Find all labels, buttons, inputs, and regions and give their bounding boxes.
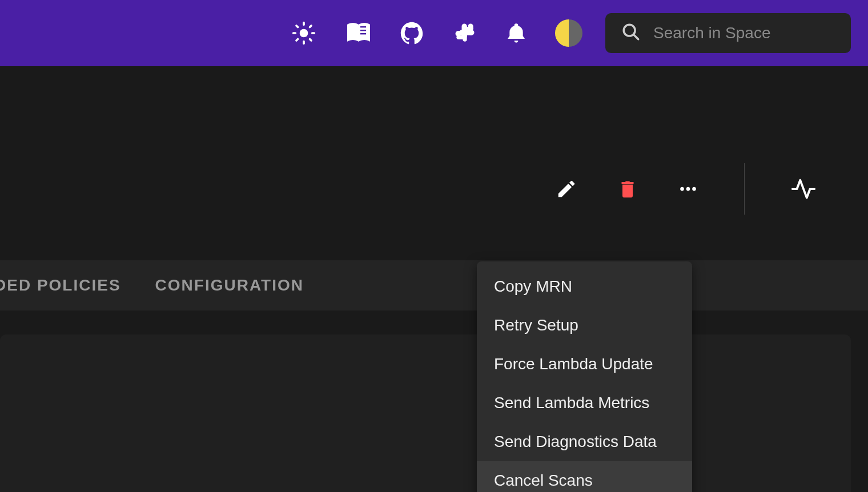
content-panel <box>0 334 851 492</box>
svg-line-3 <box>296 26 298 27</box>
theme-toggle-icon[interactable] <box>555 19 582 47</box>
svg-rect-14 <box>469 31 473 35</box>
book-icon[interactable] <box>344 19 371 47</box>
svg-line-19 <box>634 35 638 39</box>
tab-configuration[interactable]: CONFIGURATION <box>155 276 304 295</box>
tab-policies[interactable]: DED POLICIES <box>0 276 121 295</box>
svg-rect-12 <box>456 31 460 35</box>
brightness-icon[interactable] <box>291 21 316 46</box>
bell-icon[interactable] <box>505 22 528 45</box>
svg-rect-9 <box>360 26 366 27</box>
search-input[interactable] <box>653 24 858 42</box>
svg-point-22 <box>692 187 696 191</box>
edit-button[interactable] <box>556 178 577 200</box>
svg-line-4 <box>310 39 311 41</box>
svg-rect-17 <box>464 27 473 31</box>
menu-cancel-scans[interactable]: Cancel Scans <box>477 461 692 492</box>
svg-rect-16 <box>456 35 466 39</box>
topbar-icons <box>291 19 582 47</box>
menu-send-diagnostics-data[interactable]: Send Diagnostics Data <box>477 422 692 461</box>
svg-rect-10 <box>360 30 366 31</box>
svg-point-21 <box>686 187 690 191</box>
menu-copy-mrn[interactable]: Copy MRN <box>477 267 692 306</box>
tabs-bar: DED POLICIES CONFIGURATION <box>0 260 868 310</box>
svg-rect-11 <box>360 33 366 34</box>
svg-line-8 <box>310 26 311 27</box>
more-button[interactable] <box>678 179 698 199</box>
delete-button[interactable] <box>617 179 638 199</box>
search-box[interactable] <box>605 13 851 53</box>
svg-point-20 <box>680 187 684 191</box>
menu-retry-setup[interactable]: Retry Setup <box>477 306 692 345</box>
slack-icon[interactable] <box>452 21 477 46</box>
svg-point-0 <box>300 29 308 38</box>
search-icon <box>621 22 641 44</box>
toolbar-divider <box>744 163 745 215</box>
topbar <box>0 0 868 66</box>
more-dropdown-menu: Copy MRN Retry Setup Force Lambda Update… <box>477 261 692 492</box>
menu-send-lambda-metrics[interactable]: Send Lambda Metrics <box>477 384 692 422</box>
menu-force-lambda-update[interactable]: Force Lambda Update <box>477 345 692 384</box>
svg-line-7 <box>296 39 298 41</box>
github-icon[interactable] <box>399 20 425 46</box>
action-toolbar <box>556 163 817 215</box>
content-area: DED POLICIES CONFIGURATION Copy MRN Retr… <box>0 66 868 492</box>
activity-button[interactable] <box>790 176 817 202</box>
